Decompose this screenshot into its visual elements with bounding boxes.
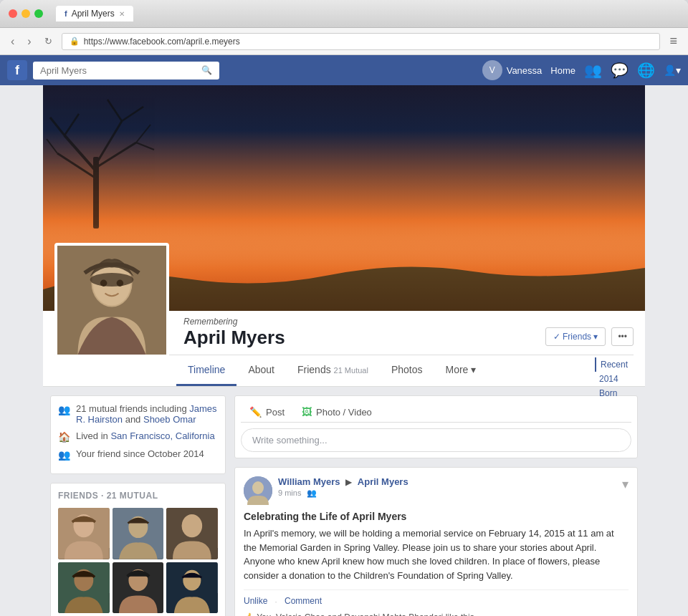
minimize-button[interactable]	[22, 9, 30, 18]
profile-name-row: Remembering April Myers ✓ Friends ▾ •••	[54, 311, 634, 355]
friends-widget: FRIENDS · 21 Mutual	[50, 483, 226, 616]
forward-button[interactable]: ›	[24, 34, 34, 49]
unlike-button[interactable]: Unlike	[244, 596, 267, 607]
browser-tab[interactable]: f April Myers ✕	[56, 6, 133, 21]
post-icon: ✏️	[249, 406, 262, 418]
svg-point-38	[252, 481, 264, 494]
info-widget: 👥 21 mutual friends including James R. H…	[50, 395, 226, 474]
friend-thumb-jodi[interactable]: Jodi Seth	[58, 508, 110, 559]
profile-container: Remembering April Myers ✓ Friends ▾ ••• …	[43, 85, 645, 616]
people-icon: 👥	[58, 449, 70, 461]
address-bar[interactable]: 🔒 https://www.facebook.com/april.e.meyer…	[62, 33, 661, 50]
friend-since-text: Your friend since October 2014	[76, 448, 204, 459]
post-author-info-1: William Myers ▶ April Myers 9 mins 👥	[278, 476, 408, 498]
post-input[interactable]: Write something...	[241, 428, 631, 452]
post-likes-1: 👍 You, Valerie Chao and Devanshi Mehta B…	[244, 612, 629, 616]
photo-video-label: Photo / Video	[316, 407, 372, 418]
timeline-born[interactable]: Born	[595, 386, 645, 400]
profile-tabs: Timeline About Friends 21 Mutual Photos …	[54, 355, 634, 386]
svg-point-23	[182, 514, 203, 537]
tab-title: April Myers	[72, 9, 115, 19]
mutual-friends-item: 👥 21 mutual friends including James R. H…	[58, 403, 218, 425]
location-item: 🏠 Lived in San Francisco, California	[58, 430, 218, 443]
location-link[interactable]: San Francisco, California	[110, 430, 214, 441]
like-icon-1: 👍	[244, 612, 254, 616]
profile-avatar	[54, 243, 169, 357]
maximize-button[interactable]	[34, 9, 43, 18]
post-privacy-1: 👥	[307, 489, 317, 497]
fb-right-col: ✏️ Post 🖼 Photo / Video Write something.…	[234, 395, 638, 616]
post-body-1: In April's memory, we will be holding a …	[244, 526, 629, 582]
likes-text-1: You, Valerie Chao and Devanshi Mehta Bha…	[257, 612, 477, 616]
friend-thumb-ramya[interactable]: Ramya Sethuraman	[113, 508, 164, 559]
svg-line-7	[108, 100, 122, 121]
svg-point-17	[117, 280, 124, 287]
fb-center: Remembering April Myers ✓ Friends ▾ ••• …	[0, 85, 688, 616]
friends-button[interactable]: ✓ Friends ▾	[545, 327, 606, 346]
post-header-1: William Myers ▶ April Myers 9 mins 👥	[244, 476, 629, 505]
friend-thumb-james[interactable]: James R. Hairston	[166, 562, 218, 614]
timeline-recent[interactable]: Recent	[595, 357, 645, 372]
post-actions-1: Unlike · Comment	[244, 589, 629, 607]
user-name: Vanessa	[507, 65, 543, 76]
tab-friends[interactable]: Friends 21 Mutual	[286, 355, 380, 386]
post-label: Post	[266, 407, 285, 418]
browser-toolbar: ‹ › ↻ 🔒 https://www.facebook.com/april.e…	[0, 28, 688, 55]
post-menu-1[interactable]: ▾	[622, 476, 629, 492]
post-time-1: 9 mins	[278, 489, 301, 497]
svg-line-10	[136, 125, 150, 143]
fb-logo[interactable]: f	[7, 60, 27, 80]
search-input[interactable]	[40, 65, 197, 76]
photo-video-icon: 🖼	[302, 406, 312, 418]
post-author-william[interactable]: William Myers	[278, 476, 340, 487]
svg-line-1	[64, 135, 96, 171]
feed-post-william: William Myers ▶ April Myers 9 mins 👥	[234, 467, 638, 616]
friend-thumb-arvi[interactable]: Arvi Raquel-Santos	[58, 562, 110, 614]
tab-more[interactable]: More ▾	[434, 355, 487, 386]
photo-video-tab-button[interactable]: 🖼 Photo / Video	[293, 402, 381, 422]
svg-line-5	[50, 117, 64, 135]
friends-icon: 👥	[58, 404, 70, 415]
friend2-link[interactable]: Shoeb Omar	[143, 414, 196, 425]
tab-close-icon[interactable]: ✕	[119, 10, 125, 18]
search-icon: 🔍	[201, 65, 212, 75]
fb-main-layout: 👥 21 mutual friends including James R. H…	[43, 387, 645, 616]
friends-icon[interactable]: 👥	[584, 62, 602, 79]
post-composer: ✏️ Post 🖼 Photo / Video Write something.…	[234, 395, 638, 458]
close-button[interactable]	[9, 9, 17, 18]
back-button[interactable]: ‹	[7, 34, 18, 49]
fb-page-content: Remembering April Myers ✓ Friends ▾ ••• …	[0, 85, 688, 616]
notifications-icon[interactable]: 🌐	[637, 62, 655, 79]
home-link[interactable]: Home	[550, 65, 575, 76]
svg-line-6	[64, 114, 79, 135]
friends-grid: Jodi Seth	[58, 508, 218, 616]
post-avatar-william	[244, 476, 272, 505]
tab-timeline[interactable]: Timeline	[176, 355, 236, 386]
profile-name: April Myers	[183, 327, 545, 349]
friend-thumb-jo[interactable]: Jo Price	[166, 508, 218, 559]
messages-icon[interactable]: 💬	[611, 62, 629, 79]
tab-photos[interactable]: Photos	[380, 355, 434, 386]
traffic-lights	[9, 9, 43, 18]
svg-line-9	[47, 139, 57, 153]
home-icon: 🏠	[58, 431, 70, 443]
fb-user-menu[interactable]: V Vanessa	[482, 60, 543, 80]
profile-avatar-img	[57, 246, 166, 355]
fb-topnav: f 🔍 V Vanessa Home 👥 💬 🌐 👤▾	[0, 55, 688, 85]
browser-menu-icon[interactable]: ≡	[666, 32, 681, 50]
timeline-2014[interactable]: 2014	[595, 372, 645, 386]
account-icon[interactable]: 👤▾	[664, 64, 681, 76]
post-tabs: ✏️ Post 🖼 Photo / Video	[241, 402, 631, 423]
profile-actions: ✓ Friends ▾ •••	[545, 327, 634, 355]
friend-since-item: 👥 Your friend since October 2014	[58, 448, 218, 461]
post-tab-button[interactable]: ✏️ Post	[241, 402, 293, 422]
fb-search-box[interactable]: 🔍	[33, 62, 219, 80]
friend-thumb-valerie[interactable]: Valerie Chao	[113, 562, 164, 614]
tab-about[interactable]: About	[236, 355, 286, 386]
comment-button-1[interactable]: Comment	[285, 596, 322, 607]
remembering-text: Remembering	[183, 317, 545, 327]
post-to-april[interactable]: April Myers	[358, 476, 408, 487]
svg-line-2	[96, 121, 122, 164]
refresh-button[interactable]: ↻	[41, 34, 56, 48]
more-options-button[interactable]: •••	[611, 327, 634, 346]
